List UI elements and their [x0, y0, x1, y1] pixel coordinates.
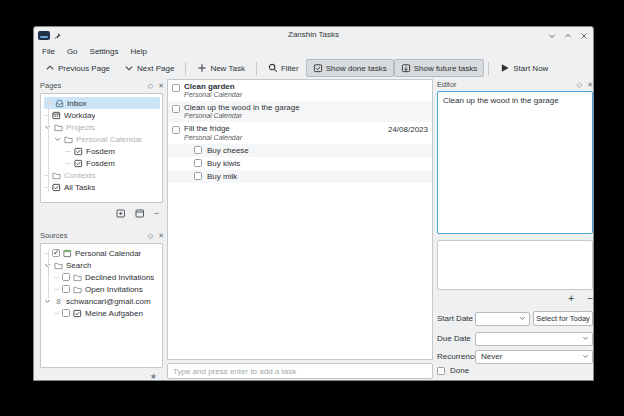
recurrence-value: Never [479, 352, 502, 361]
toolbar-separator [256, 62, 257, 75]
done-checkbox[interactable] [437, 367, 445, 375]
start-date-label: Start Date [437, 314, 475, 323]
close-panel-icon[interactable]: ✕ [158, 82, 164, 90]
start-date-combo[interactable] [475, 312, 530, 326]
pages-tree: Inbox Workday Projects Personal Calendar [40, 93, 163, 203]
pages-item-all-tasks[interactable]: All Tasks [41, 181, 162, 193]
source-checkbox[interactable] [62, 309, 70, 317]
menu-help[interactable]: Help [130, 47, 146, 56]
menu-go[interactable]: Go [67, 47, 78, 56]
calendar-check-icon [313, 63, 323, 73]
float-panel-icon[interactable]: ◇ [577, 81, 582, 89]
start-now-button[interactable]: Start Now [493, 59, 555, 77]
source-item-gmail-account[interactable]: 8 schwancarl@gmail.com [41, 295, 162, 307]
pages-item-projects[interactable]: Projects [41, 121, 162, 133]
pages-item-fosdem-2[interactable]: Fosdem [41, 157, 162, 169]
source-checkbox[interactable] [62, 285, 70, 293]
menu-file[interactable]: File [42, 47, 55, 56]
maximize-icon[interactable] [563, 31, 572, 40]
pages-panel-header: Pages ◇ ✕ [40, 80, 164, 91]
pages-actions: − [40, 207, 163, 219]
previous-page-button[interactable]: Previous Page [38, 59, 117, 77]
play-icon [500, 63, 510, 73]
close-panel-icon[interactable]: ✕ [587, 81, 593, 89]
task-calendar-icon [52, 183, 61, 192]
add-task-input[interactable] [167, 363, 433, 379]
add-context-icon[interactable] [135, 208, 145, 218]
close-icon[interactable] [579, 31, 588, 40]
chevron-down-icon [519, 315, 526, 322]
expander-icon[interactable] [54, 136, 61, 143]
calendar-icon [52, 111, 61, 120]
folder-icon [73, 285, 82, 294]
source-item-meine-aufgaben[interactable]: Meine Aufgaben [41, 307, 162, 319]
minimize-icon[interactable] [547, 31, 556, 40]
remove-page-icon[interactable]: − [154, 209, 159, 218]
recurrence-label: Recurrence [437, 352, 475, 361]
task-checkbox[interactable] [194, 159, 202, 167]
editor-text-area[interactable]: Clean up the wood in the garage [437, 91, 593, 234]
show-done-tasks-toggle[interactable]: Show done tasks [306, 59, 394, 77]
due-date-combo[interactable] [475, 332, 593, 346]
titlebar: Zanshin Tasks [34, 27, 593, 45]
new-task-button[interactable]: New Task [190, 59, 252, 77]
task-due-date: 24/08/2023 [388, 124, 428, 134]
source-item-personal-calendar[interactable]: Personal Calendar [41, 247, 162, 259]
sources-panel-header: Sources ◇ ✕ [40, 230, 164, 241]
float-panel-icon[interactable]: ◇ [148, 82, 153, 90]
task-checkbox[interactable] [172, 126, 180, 134]
next-page-button[interactable]: Next Page [117, 59, 181, 77]
select-for-today-button[interactable]: Select for Today [533, 311, 593, 326]
app-window: Zanshin Tasks File Go Settings Help Prev… [33, 26, 594, 381]
task-checkbox[interactable] [194, 172, 202, 180]
expander-icon[interactable] [44, 124, 51, 131]
sources-tree: Personal Calendar Search Declined Invita… [40, 243, 163, 368]
chevron-down-icon [582, 353, 589, 360]
add-project-icon[interactable] [116, 208, 126, 218]
toolbar: Previous Page Next Page New Task Filter … [34, 57, 593, 79]
pages-item-fosdem-1[interactable]: Fosdem [41, 145, 162, 157]
inbox-icon [55, 99, 64, 108]
filter-button[interactable]: Filter [261, 59, 306, 77]
folder-icon [73, 273, 82, 282]
expander-icon[interactable] [44, 298, 51, 305]
task-row[interactable]: Clean garden Personal Calendar [168, 80, 432, 101]
pages-item-contexts[interactable]: Contexts [41, 169, 162, 181]
editor-panel-header: Editor ◇ ✕ [437, 79, 593, 90]
task-row[interactable]: Fill the fridge Personal Calendar 24/08/… [168, 122, 432, 143]
chevron-down-icon [582, 335, 589, 342]
pages-item-workday[interactable]: Workday [41, 109, 162, 121]
favorites-star-icon[interactable]: ★ [150, 372, 157, 381]
editor-panel-title: Editor [437, 80, 457, 89]
folder-icon [54, 123, 63, 132]
pages-item-personal-calendar[interactable]: Personal Calendar [41, 133, 162, 145]
recurrence-combo[interactable]: Never [475, 350, 593, 364]
task-checkbox[interactable] [172, 84, 180, 92]
source-item-search[interactable]: Search [41, 259, 162, 271]
task-checkbox[interactable] [194, 146, 202, 154]
subtask-row[interactable]: Buy kiwis [168, 157, 432, 170]
search-icon [268, 63, 278, 73]
remove-attachment-icon[interactable]: − [587, 293, 593, 304]
close-panel-icon[interactable]: ✕ [158, 232, 164, 240]
subtask-row[interactable]: Buy cheese [168, 144, 432, 157]
chevron-down-icon [124, 63, 134, 73]
add-attachment-icon[interactable]: + [568, 293, 574, 304]
menu-settings[interactable]: Settings [90, 47, 119, 56]
pages-item-inbox[interactable]: Inbox [44, 97, 160, 109]
task-checkbox[interactable] [172, 105, 180, 113]
source-checkbox[interactable] [52, 249, 60, 257]
calendar-icon [63, 249, 72, 258]
task-row[interactable]: Clean up the wood in the garage Personal… [168, 101, 432, 122]
expander-icon[interactable] [44, 262, 51, 269]
source-item-open-invitations[interactable]: Open Invitations [41, 283, 162, 295]
show-future-tasks-toggle[interactable]: Show future tasks [394, 59, 485, 77]
editor-attachment-area[interactable] [437, 240, 593, 290]
task-calendar-icon [74, 147, 83, 156]
toolbar-separator [185, 62, 186, 75]
source-checkbox[interactable] [62, 273, 70, 281]
folder-icon [64, 135, 73, 144]
source-item-declined-invitations[interactable]: Declined Invitations [41, 271, 162, 283]
float-panel-icon[interactable]: ◇ [148, 232, 153, 240]
subtask-row[interactable]: Buy milk [168, 170, 432, 183]
